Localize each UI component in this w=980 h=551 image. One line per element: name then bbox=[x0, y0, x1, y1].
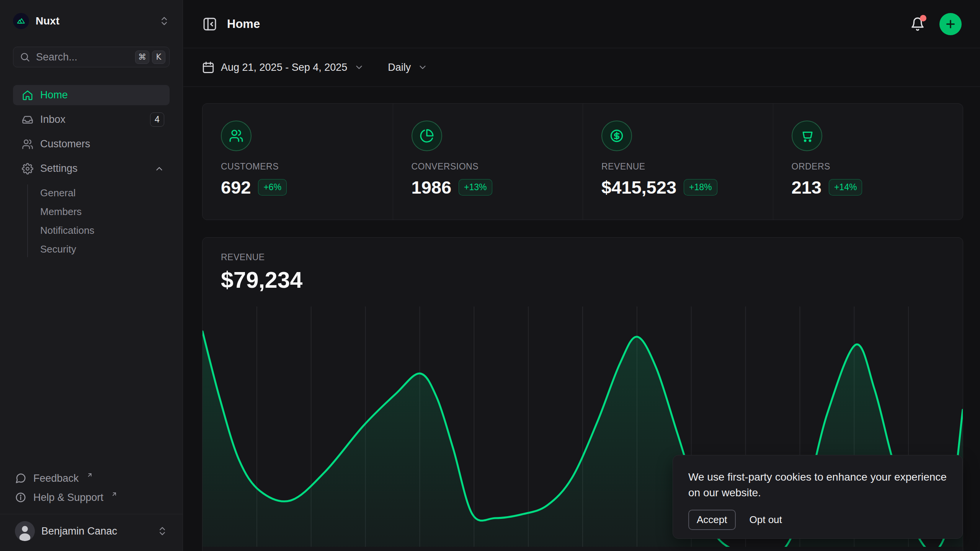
stat-orders[interactable]: ORDERS 213 +14% bbox=[773, 104, 963, 220]
sidebar-item-security[interactable]: Security bbox=[13, 240, 170, 259]
help-support-label: Help & Support bbox=[33, 492, 103, 504]
stat-label: CUSTOMERS bbox=[221, 161, 385, 172]
stats-card: CUSTOMERS 692 +6% CONVERSIONS 1986 +13% … bbox=[202, 103, 963, 220]
granularity-select[interactable]: Daily bbox=[388, 62, 428, 73]
stat-label: CONVERSIONS bbox=[412, 161, 575, 172]
user-menu[interactable]: Benjamin Canac bbox=[13, 514, 170, 549]
sidebar-item-inbox[interactable]: Inbox 4 bbox=[13, 109, 170, 130]
sidebar-footer: Feedback Help & Support Benjamin Canac bbox=[13, 469, 170, 551]
opt-out-button[interactable]: Opt out bbox=[750, 514, 782, 526]
gear-icon bbox=[22, 163, 33, 174]
plus-icon bbox=[944, 18, 957, 30]
feedback-link[interactable]: Feedback bbox=[13, 469, 170, 488]
sidebar-item-general[interactable]: General bbox=[13, 184, 170, 202]
sidebar-item-customers[interactable]: Customers bbox=[13, 134, 170, 154]
search-placeholder: Search... bbox=[36, 51, 77, 63]
date-range-picker[interactable]: Aug 21, 2025 - Sep 4, 2025 bbox=[202, 61, 364, 74]
date-range-value: Aug 21, 2025 - Sep 4, 2025 bbox=[221, 62, 347, 73]
settings-subnav: General Members Notifications Security bbox=[13, 183, 170, 261]
granularity-value: Daily bbox=[388, 62, 411, 73]
cookie-message: We use first-party cookies to enhance yo… bbox=[688, 469, 947, 500]
stat-conversions[interactable]: CONVERSIONS 1986 +13% bbox=[393, 104, 583, 220]
stat-value: 1986 bbox=[412, 177, 452, 198]
workspace-name: Nuxt bbox=[36, 15, 59, 27]
info-icon bbox=[15, 492, 26, 503]
chevron-down-icon bbox=[354, 62, 364, 72]
stat-value: $415,523 bbox=[601, 177, 676, 198]
chevrons-up-down-icon bbox=[157, 526, 168, 536]
stat-delta-badge: +14% bbox=[829, 179, 862, 196]
cart-icon bbox=[792, 121, 822, 151]
arrow-up-right-icon bbox=[87, 472, 93, 478]
stat-label: ORDERS bbox=[792, 161, 956, 172]
search-shortcut: ⌘ K bbox=[135, 51, 165, 64]
feedback-label: Feedback bbox=[33, 473, 79, 484]
user-name: Benjamin Canac bbox=[41, 525, 117, 537]
stat-value: 692 bbox=[221, 177, 251, 198]
calendar-icon bbox=[202, 61, 215, 74]
cookie-banner: We use first-party cookies to enhance yo… bbox=[673, 455, 963, 539]
stat-customers[interactable]: CUSTOMERS 692 +6% bbox=[203, 104, 393, 220]
sidebar-item-notifications[interactable]: Notifications bbox=[13, 221, 170, 240]
chevrons-up-down-icon[interactable] bbox=[159, 16, 170, 26]
revenue-chart-value: $79,234 bbox=[221, 267, 944, 293]
arrow-up-right-icon bbox=[111, 491, 118, 497]
sidebar-item-label: Home bbox=[40, 89, 68, 101]
users-icon bbox=[221, 121, 252, 151]
subnav-rail bbox=[27, 184, 28, 257]
users-icon bbox=[22, 139, 33, 150]
notification-dot bbox=[920, 15, 926, 21]
stat-delta-badge: +13% bbox=[459, 179, 492, 196]
revenue-chart-label: REVENUE bbox=[221, 252, 944, 262]
stat-label: REVENUE bbox=[601, 161, 765, 172]
page-header: Home bbox=[183, 0, 980, 48]
avatar bbox=[15, 521, 35, 541]
sidebar-item-label: Customers bbox=[40, 138, 90, 150]
search-icon bbox=[20, 52, 30, 62]
stat-revenue[interactable]: REVENUE $415,523 +18% bbox=[583, 104, 773, 220]
filter-toolbar: Aug 21, 2025 - Sep 4, 2025 Daily bbox=[183, 48, 980, 87]
chevron-down-icon bbox=[418, 62, 428, 72]
stat-delta-badge: +6% bbox=[258, 179, 287, 196]
help-support-link[interactable]: Help & Support bbox=[13, 488, 170, 507]
stat-value: 213 bbox=[792, 177, 822, 198]
message-circle-icon bbox=[15, 473, 26, 484]
inbox-icon bbox=[22, 114, 33, 126]
sidebar-item-settings[interactable]: Settings bbox=[13, 158, 170, 179]
dollar-circle-icon bbox=[601, 121, 632, 151]
panel-collapse-icon[interactable] bbox=[202, 16, 218, 32]
home-icon bbox=[22, 90, 33, 101]
kbd-k: K bbox=[152, 51, 165, 64]
add-button[interactable] bbox=[939, 13, 962, 35]
nuxt-logo-icon bbox=[13, 13, 29, 29]
sidebar-item-members[interactable]: Members bbox=[13, 202, 170, 221]
sidebar-item-label: Settings bbox=[40, 163, 78, 174]
kbd-cmd: ⌘ bbox=[135, 51, 149, 64]
pie-chart-icon bbox=[412, 121, 442, 151]
accept-button[interactable]: Accept bbox=[688, 510, 736, 530]
search-input[interactable]: Search... ⌘ K bbox=[13, 47, 170, 67]
sidebar-nav: Home Inbox 4 Customers Settings bbox=[13, 85, 170, 262]
sidebar-item-home[interactable]: Home bbox=[13, 85, 170, 105]
chevron-up-icon bbox=[154, 164, 164, 174]
workspace-switcher[interactable]: Nuxt bbox=[13, 10, 170, 32]
stat-delta-badge: +18% bbox=[684, 179, 717, 196]
inbox-count-badge: 4 bbox=[150, 112, 164, 127]
page-title: Home bbox=[227, 17, 260, 31]
notifications-button[interactable] bbox=[910, 17, 925, 31]
sidebar: Nuxt Search... ⌘ K Home Inbox 4 bbox=[0, 0, 183, 551]
sidebar-item-label: Inbox bbox=[40, 114, 65, 126]
